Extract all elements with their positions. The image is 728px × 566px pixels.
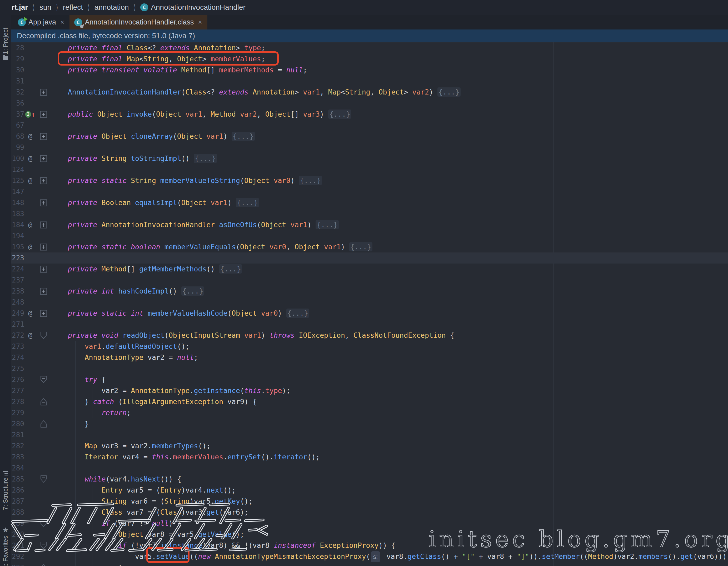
code-line[interactable]: 68@ private Object cloneArray(Object var… (11, 131, 728, 142)
code-line[interactable]: 277 var2 = AnnotationType.getInstance(th… (11, 385, 728, 396)
fold-marker-plus[interactable] (35, 153, 47, 164)
code-line[interactable]: 275 (11, 363, 728, 374)
folded-code-placeholder[interactable]: {...} (299, 176, 322, 185)
line-number[interactable]: 224 (11, 265, 25, 273)
code-line[interactable]: 237 (11, 275, 728, 286)
code-line[interactable]: 32 AnnotationInvocationHandler(Class<? e… (11, 87, 728, 98)
breadcrumb-item-annotation[interactable]: annotation (94, 3, 129, 12)
line-number[interactable]: 289 (11, 519, 25, 527)
sidebar-item-structure[interactable]: 7: Structure (0, 469, 11, 510)
fold-marker-open[interactable] (35, 518, 47, 529)
fold-marker-plus[interactable] (35, 308, 47, 319)
fold-marker-close[interactable] (35, 396, 47, 407)
fold-marker-plus[interactable] (35, 175, 47, 186)
line-number[interactable]: 124 (11, 166, 25, 173)
line-number[interactable]: 248 (11, 298, 25, 306)
line-number[interactable]: 273 (11, 342, 25, 350)
folded-code-placeholder[interactable]: {...} (194, 154, 217, 163)
line-number[interactable]: 28 (11, 44, 25, 52)
code-line[interactable]: 292 var5.setValue((new AnnotationTypeMis… (11, 551, 728, 562)
fold-marker-open[interactable] (35, 374, 47, 385)
code-line[interactable]: 273 var1.defaultReadObject(); (11, 341, 728, 352)
line-number[interactable]: 280 (11, 420, 25, 428)
line-number[interactable]: 281 (11, 431, 25, 439)
folded-code-placeholder[interactable]: {...} (236, 198, 259, 207)
fold-marker-plus[interactable] (35, 241, 47, 252)
breadcrumb-item-sun[interactable]: sun (39, 3, 51, 12)
line-number[interactable]: 271 (11, 320, 25, 328)
breadcrumb-item-rtjar[interactable]: rt.jar (12, 3, 28, 12)
fold-marker-open[interactable] (35, 330, 47, 341)
code-line[interactable]: 194 (11, 230, 728, 241)
line-number[interactable]: 290 (11, 530, 25, 538)
code-line[interactable]: 284 (11, 463, 728, 474)
code-line[interactable]: 31 (11, 76, 728, 87)
line-number[interactable]: 32 (11, 88, 25, 96)
fold-marker-open[interactable] (35, 474, 47, 485)
code-line[interactable]: 274 AnnotationType var2 = null; (11, 352, 728, 363)
fold-marker-plus[interactable] (35, 219, 47, 230)
line-number[interactable]: 100 (11, 155, 25, 162)
code-line[interactable]: 279 return; (11, 407, 728, 418)
folded-code-placeholder[interactable]: {...} (181, 286, 205, 296)
fold-marker-plus[interactable] (35, 109, 47, 120)
line-number[interactable]: 31 (11, 77, 25, 85)
line-number[interactable]: 282 (11, 442, 25, 450)
code-line[interactable]: 278 } catch (IllegalArgumentException va… (11, 396, 728, 407)
folded-code-placeholder[interactable]: {...} (437, 87, 461, 97)
line-number[interactable]: 36 (11, 99, 25, 107)
line-number[interactable]: 194 (11, 232, 25, 240)
line-number[interactable]: 284 (11, 464, 25, 472)
code-line[interactable]: 286 Entry var5 = (Entry)var4.next(); (11, 485, 728, 496)
close-icon[interactable]: × (198, 18, 203, 26)
line-number[interactable]: 30 (11, 66, 25, 74)
line-number[interactable]: 237 (11, 276, 25, 284)
line-number[interactable]: 283 (11, 453, 25, 461)
fold-marker-plus[interactable] (35, 87, 47, 98)
fold-marker-close[interactable] (35, 562, 47, 566)
code-line[interactable]: 223 (11, 252, 728, 264)
fold-marker-close[interactable] (35, 418, 47, 429)
code-line[interactable]: 280 } (11, 418, 728, 429)
code-line[interactable]: 282 Map var3 = var2.memberTypes(); (11, 440, 728, 451)
fold-marker-plus[interactable] (35, 264, 47, 275)
code-line[interactable]: 125@ private static String memberValueTo… (11, 175, 728, 186)
code-line[interactable]: 293 } (11, 562, 728, 566)
line-number[interactable]: 29 (11, 55, 25, 63)
code-line[interactable]: 99 (11, 142, 728, 153)
line-number[interactable]: 68 (11, 132, 25, 140)
line-number[interactable]: 277 (11, 387, 25, 395)
code-line[interactable]: 287 String var6 = (String)var5.getKey(); (11, 496, 728, 507)
fold-marker-plus[interactable] (35, 286, 47, 297)
code-line[interactable]: 276 try { (11, 374, 728, 385)
line-number[interactable]: 99 (11, 143, 25, 151)
code-line[interactable]: 29 private final Map<String, Object> mem… (11, 53, 728, 64)
line-number[interactable]: 293 (11, 564, 25, 566)
sidebar-item-project[interactable]: 1: Project (0, 28, 11, 62)
code-line[interactable]: 283 Iterator var4 = this.memberValues.en… (11, 451, 728, 463)
code-line[interactable]: 291 if (!var7.isInstance(var8) && !(var8… (11, 540, 728, 551)
line-number[interactable]: 238 (11, 287, 25, 295)
line-number[interactable]: 291 (11, 542, 25, 549)
line-number[interactable]: 275 (11, 365, 25, 373)
folded-code-placeholder[interactable]: {...} (328, 110, 351, 119)
line-number[interactable]: 279 (11, 409, 25, 417)
fold-marker-plus[interactable] (35, 197, 47, 208)
code-editor[interactable]: 28 private final Class<? extends Annotat… (11, 42, 728, 566)
line-number[interactable]: 286 (11, 486, 25, 494)
code-line[interactable]: 289 if (var7 != null) { (11, 518, 728, 529)
code-line[interactable]: 249@ private static int memberValueHashC… (11, 308, 728, 319)
line-number[interactable]: 223 (11, 254, 25, 262)
code-line[interactable]: 285 while(var4.hasNext()) { (11, 474, 728, 485)
code-line[interactable]: 238 private int hashCodeImpl() {...} (11, 286, 728, 297)
folded-code-placeholder[interactable]: {...} (232, 132, 255, 141)
line-number[interactable]: 148 (11, 199, 25, 207)
line-number[interactable]: 278 (11, 398, 25, 406)
code-line[interactable]: 148 private Boolean equalsImpl(Object va… (11, 197, 728, 208)
folded-code-placeholder[interactable]: {...} (286, 309, 310, 318)
line-number[interactable]: 37 (11, 110, 25, 118)
code-line[interactable]: 124 (11, 164, 728, 175)
code-line[interactable]: 288 Class var7 = (Class)var3.get(var6); (11, 507, 728, 518)
code-line[interactable]: 195@ private static boolean memberValueE… (11, 241, 728, 252)
line-number[interactable]: 274 (11, 354, 25, 361)
